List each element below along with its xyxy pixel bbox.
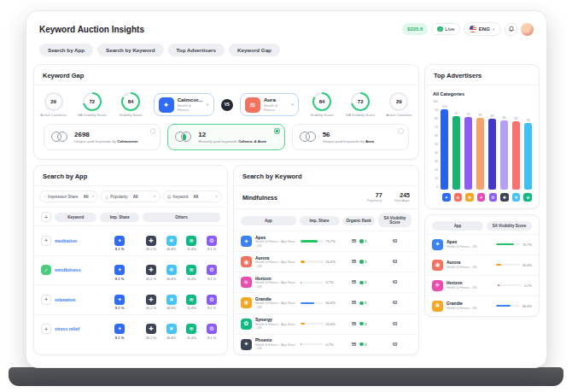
impression-share-filter[interactable]: ◔Impression Share: All∨: [39, 190, 98, 202]
add-keyword-button[interactable]: +: [41, 295, 51, 305]
table-header: App Imp. Share Organic Rank SA Visibilit…: [234, 209, 418, 231]
progress-fill: [498, 284, 499, 287]
y-tick-label: 40: [435, 152, 438, 155]
metric-sa-visibility-right: 72 SA Visibility Score: [345, 92, 376, 117]
add-all-button[interactable]: +: [41, 212, 51, 222]
progress-track: [301, 260, 324, 263]
app-row[interactable]: ✦ PhoenixHealth & Fitness - App Store - …: [234, 334, 418, 354]
avatar[interactable]: [521, 23, 534, 36]
progress-track: [498, 284, 522, 287]
app-meta: Health & Fitness - US: [447, 245, 493, 249]
imp-share-value: 9.1 %: [100, 247, 139, 251]
keyword-link[interactable]: meditation: [55, 238, 96, 243]
app-row[interactable]: ✳ HorizonHealth & Fitness - US 5.7%: [425, 275, 539, 295]
tab-search-by-app[interactable]: Search by App: [39, 44, 93, 56]
rank-dot-icon: [359, 322, 364, 326]
radio-unselected[interactable]: [150, 128, 156, 134]
page-title: Keyword Auction Insights: [39, 25, 144, 34]
app-row[interactable]: ❋ GrandieHealth & Fitness - App Store - …: [234, 292, 418, 313]
rank-change-badge: 5: [359, 260, 366, 264]
y-tick-label: 20: [435, 169, 438, 173]
tab-search-by-keyword[interactable]: Search by Keyword: [97, 44, 163, 56]
keyword-gap-stats: 2698Unique paid keywords by Calmcorner 1…: [34, 121, 418, 159]
app-row[interactable]: ✦ ApexHealth & Fitness - US 75.7%: [425, 234, 539, 255]
progress-fill: [301, 302, 314, 305]
app-meta: Health & Fitness - US: [447, 266, 493, 270]
progress-fill: [496, 305, 511, 307]
add-keyword-button[interactable]: +: [41, 324, 51, 334]
app-selector-right[interactable]: ≋ AuraHealth & Fitness ∨: [240, 93, 300, 115]
competitor-app-icon: ⊕: [186, 265, 196, 275]
imp-share-value: 9.1 %: [100, 306, 139, 310]
keyword-link[interactable]: mindfulness: [55, 267, 96, 272]
progress-track: [301, 282, 324, 284]
app-selector-left[interactable]: ✦ Calmcor...Health & Fitness ∨: [154, 93, 214, 115]
progress-track: [496, 264, 520, 266]
aura-app-icon: ≋: [245, 97, 260, 113]
search-by-keyword-card: Search by Keyword Mindfulness 77Populari…: [233, 165, 419, 355]
app-row[interactable]: ◉ AuroraHealth & Fitness - App Store - U…: [234, 251, 418, 272]
tab-keyword-gap[interactable]: Keyword Gap: [229, 44, 280, 56]
check-icon: ✓: [437, 26, 443, 32]
competitor-app-icon: ⚙: [207, 295, 217, 305]
metric-active-countries-right: 29 Active Countries: [383, 92, 415, 117]
column-sa-visibility: SA Visibility Score: [378, 214, 411, 227]
chart-app-icons: ✦≋❋✳⚙✚❄⊕: [425, 190, 539, 208]
bar-green-app: 83: [524, 119, 532, 190]
app-row[interactable]: ✳ HorizonHealth & Fitness - App Store - …: [234, 272, 418, 292]
bar-value-label: 89: [479, 114, 482, 117]
metric-ring: 29: [389, 92, 408, 111]
stat-mutual-keywords[interactable]: 12Mutually paid keywords Calmco..& Aura: [167, 124, 284, 150]
chart-y-axis: 1009080706050403020100: [431, 101, 440, 190]
add-keyword-button[interactable]: +: [41, 236, 51, 246]
bar-value-label: 88: [491, 114, 494, 118]
radio-unselected[interactable]: [398, 128, 404, 134]
advertisers-chart: 1009080706050403020100 10092908988868583: [425, 99, 539, 190]
all-categories-label: All Categories: [425, 85, 539, 99]
aurora-app-icon: ◉: [241, 256, 252, 267]
rank-change-badge: 5: [359, 322, 366, 326]
app-row[interactable]: ◉ AuroraHealth & Fitness - US 20.4%: [425, 255, 539, 275]
bar: [464, 117, 472, 190]
keyword-row: + stress relief ✦9.1 % ✚45.2 % ❄40.8% ⊕1…: [34, 314, 227, 344]
horizon-app-icon: ✳: [477, 193, 486, 202]
app-meta: Health & Fitness - US: [447, 307, 493, 311]
keyword-link[interactable]: stress relief: [55, 326, 96, 331]
bar-value-label: 100: [442, 105, 447, 108]
sa-visibility-score: 63: [378, 280, 411, 284]
app-row[interactable]: ✿ SynergyHealth & Fitness - App Store - …: [234, 313, 418, 334]
selected-keyword-button[interactable]: ✓: [41, 265, 51, 275]
calmcorner-app-icon: ✦: [442, 193, 451, 202]
keyword-row: + relaxation ✦9.1 % ✚45.2 % ❄40.8% ⊕11.4…: [34, 284, 227, 314]
metric-ring: 72: [351, 92, 370, 111]
competitor-app-icon: ❄: [166, 236, 177, 246]
tab-bar: Search by App Search by Keyword Top Adve…: [39, 44, 540, 56]
app-name: Calmcor...: [178, 97, 203, 103]
radio-selected[interactable]: [274, 128, 280, 134]
keyword-gap-card: Keyword Gap 29 Active Countries 72 SA Vi…: [33, 64, 419, 160]
language-selector[interactable]: ENG∨: [464, 22, 501, 36]
header-actions: $335.6 ✓Live ENG∨: [402, 22, 534, 36]
keyword-filter[interactable]: ▤Keyword: All∨: [163, 190, 222, 202]
app-row[interactable]: ❋ GrandieHealth & Fitness - US 60.4%: [425, 295, 539, 316]
progress-fill: [301, 343, 302, 346]
y-tick-label: 10: [435, 178, 438, 181]
venn-left-icon: [51, 132, 69, 143]
green-app-icon: ⊕: [523, 193, 532, 202]
popularity-filter[interactable]: △Popularity: All∨: [101, 190, 160, 202]
bar-violet-app: 88: [488, 114, 496, 190]
bar-calmcorner-app: 100: [441, 105, 448, 190]
live-indicator: ✓Live: [431, 23, 460, 36]
bar: [488, 119, 496, 190]
sa-visibility-score: 63: [378, 342, 411, 347]
current-keyword: Mindfulness: [242, 195, 355, 201]
notifications-button[interactable]: [505, 23, 517, 36]
app-row[interactable]: ✦ ApexHealth & Fitness - App Store - US …: [234, 231, 418, 251]
stat-unique-aura[interactable]: 56Unique paid keywords by Aura: [292, 124, 409, 150]
bar-aura-app: 92: [452, 112, 460, 190]
sa-visibility-score: 63: [378, 239, 411, 243]
tab-top-advertisers[interactable]: Top Advertisers: [168, 44, 225, 56]
stat-unique-calmcorner[interactable]: 2698Unique paid keywords by Calmcorner: [44, 124, 161, 150]
column-app: App: [241, 216, 296, 225]
keyword-link[interactable]: relaxation: [55, 297, 96, 302]
